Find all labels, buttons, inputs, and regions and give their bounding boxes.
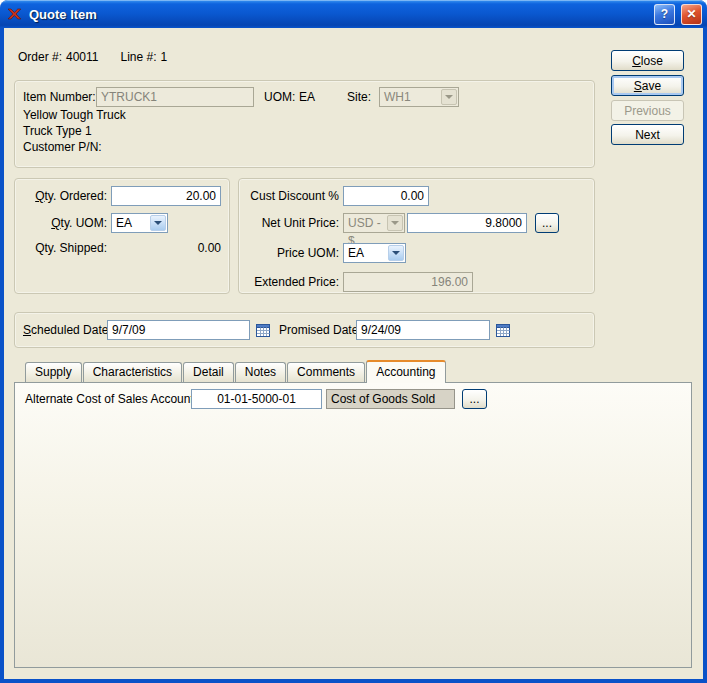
price-uom-value: EA	[348, 246, 364, 260]
net-unit-price-label: Net Unit Price:	[239, 213, 339, 233]
tab-characteristics[interactable]: Characteristics	[83, 362, 182, 382]
alt-cos-account-label: Alternate Cost of Sales Account	[25, 389, 194, 409]
tab-comments[interactable]: Comments	[287, 362, 365, 382]
order-number-value: 40011	[66, 50, 98, 64]
next-button[interactable]: Next	[611, 124, 684, 145]
promised-date-label: Promised Date:	[279, 320, 362, 340]
net-unit-price-input[interactable]	[407, 213, 527, 233]
qty-uom-label: Qty. UOM:	[15, 213, 107, 233]
cust-discount-label: Cust Discount %	[239, 186, 339, 206]
item-number-input	[96, 87, 254, 107]
quote-item-window: Quote Item ? ✕ Order #:40011Line #:1 Clo…	[0, 0, 707, 683]
scheduled-date-input[interactable]	[107, 320, 250, 340]
price-uom-label: Price UOM:	[239, 243, 339, 263]
tab-detail[interactable]: Detail	[183, 362, 234, 382]
next-button-label: Next	[635, 128, 660, 142]
save-button-label: Save	[634, 79, 661, 93]
account-description-text: Cost of Goods Sold	[331, 392, 435, 406]
extended-price-field	[343, 272, 473, 292]
price-list-button[interactable]: ...	[535, 213, 559, 233]
promised-date-input[interactable]	[356, 320, 490, 340]
previous-button: Previous	[611, 100, 684, 121]
line-number-value: 1	[161, 50, 168, 64]
close-button[interactable]: Close	[611, 50, 684, 71]
scheduled-date-calendar-button[interactable]	[254, 321, 272, 339]
alt-cos-account-input[interactable]	[191, 389, 322, 409]
site-value: WH1	[384, 90, 411, 104]
account-lookup-button[interactable]: ...	[462, 389, 487, 409]
chevron-down-icon	[150, 215, 166, 231]
account-description-field: Cost of Goods Sold	[326, 389, 455, 409]
tab-notes[interactable]: Notes	[235, 362, 286, 382]
close-button-label: Close	[632, 54, 663, 68]
qty-uom-select[interactable]: EA	[111, 213, 168, 233]
cust-discount-input[interactable]	[343, 186, 429, 206]
quantity-group: Qty. Ordered: Qty. UOM: EA Qty. Shipped:…	[14, 178, 230, 294]
help-button[interactable]: ?	[654, 4, 675, 25]
item-group: Item Number: UOM: EA Site: WH1 Yellow To…	[14, 80, 595, 168]
app-icon	[5, 6, 22, 23]
uom-label: UOM:	[264, 87, 295, 107]
qty-ordered-input[interactable]	[111, 186, 221, 206]
customer-pn-label: Customer P/N:	[23, 137, 102, 157]
qty-uom-value: EA	[116, 216, 132, 230]
uom-value: EA	[299, 87, 315, 107]
pricing-group: Cust Discount % Net Unit Price: USD - $ …	[238, 178, 595, 294]
chevron-down-icon	[388, 245, 404, 261]
qty-ordered-label: Qty. Ordered:	[15, 186, 107, 206]
tab-supply[interactable]: Supply	[25, 362, 82, 382]
window-close-button[interactable]: ✕	[681, 4, 702, 25]
tab-accounting[interactable]: Accounting	[366, 360, 445, 383]
accounting-tab-panel: Alternate Cost of Sales Account Cost of …	[14, 382, 692, 668]
item-number-label: Item Number:	[23, 87, 96, 107]
save-button[interactable]: Save	[611, 75, 684, 96]
qty-shipped-label: Qty. Shipped:	[15, 238, 107, 258]
window-title: Quote Item	[27, 7, 649, 22]
extended-price-label: Extended Price:	[239, 272, 339, 292]
promised-date-calendar-button[interactable]	[494, 321, 512, 339]
chevron-down-icon	[387, 215, 403, 231]
order-number-label: Order #:	[18, 50, 62, 64]
site-select: WH1	[379, 87, 459, 107]
order-line-header: Order #:40011Line #:1	[18, 49, 171, 65]
calendar-icon	[255, 322, 271, 338]
scheduled-date-label: Scheduled Date:	[23, 320, 112, 340]
line-number-label: Line #:	[121, 50, 157, 64]
site-label: Site:	[347, 87, 371, 107]
chevron-down-icon	[441, 89, 457, 105]
dates-group: Scheduled Date: Promised Date:	[14, 312, 595, 348]
calendar-icon	[495, 322, 511, 338]
dialog-body: Order #:40011Line #:1 Close Save Previou…	[4, 28, 703, 679]
titlebar[interactable]: Quote Item ? ✕	[0, 0, 707, 28]
previous-button-label: Previous	[624, 104, 671, 118]
currency-select: USD - $	[343, 213, 405, 233]
price-uom-select[interactable]: EA	[343, 243, 406, 263]
qty-shipped-value: 0.00	[111, 238, 221, 258]
tab-bar: Supply Characteristics Detail Notes Comm…	[25, 359, 447, 382]
